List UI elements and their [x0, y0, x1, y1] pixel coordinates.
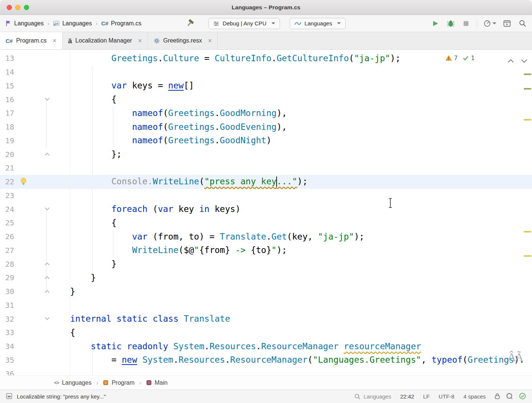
gutter[interactable] [14, 93, 70, 106]
line-number[interactable]: 32 [0, 315, 14, 323]
code-line-22[interactable]: 22Console.WriteLine("press any key..."); [0, 175, 532, 189]
gutter[interactable] [14, 106, 70, 120]
code-line-35[interactable]: 35= new System.Resources.ResourceManager… [0, 353, 532, 367]
code-line-24[interactable]: 24foreach (var key in keys) [0, 202, 532, 216]
run-button[interactable] [431, 18, 440, 29]
line-number[interactable]: 16 [0, 96, 14, 103]
build-solution-button[interactable] [186, 18, 196, 29]
tab-close-icon[interactable]: × [208, 37, 212, 44]
inspection-stripe-mark[interactable] [524, 88, 531, 90]
gutter[interactable] [14, 51, 70, 65]
zoom-window-button[interactable] [24, 5, 29, 10]
code-editor[interactable]: 13Greetings.Culture = CultureInfo.GetCul… [0, 50, 532, 375]
gutter[interactable] [14, 367, 70, 375]
inspections-ok-icon[interactable] [519, 393, 526, 401]
line-number[interactable]: 34 [0, 343, 14, 350]
line-number[interactable]: 30 [0, 288, 14, 295]
gutter[interactable] [14, 175, 70, 189]
gutter[interactable] [14, 161, 70, 175]
code-line-20[interactable]: 20}; [0, 147, 532, 161]
code-line-17[interactable]: 17nameof(Greetings.GoodMorning), [0, 106, 532, 120]
tab-localization-manager[interactable]: äLocalization Manager× [63, 32, 148, 49]
line-number[interactable]: 18 [0, 123, 14, 131]
line-number[interactable]: 15 [0, 82, 14, 90]
code-line-15[interactable]: 15var keys = new[] [0, 79, 532, 93]
gutter[interactable] [14, 353, 70, 367]
highlighting-level-icon[interactable] [506, 393, 513, 401]
tab-close-icon[interactable]: × [53, 37, 57, 44]
search-everywhere-button[interactable] [518, 18, 527, 29]
minimize-window-button[interactable] [15, 5, 21, 10]
inspection-stripe-mark[interactable] [524, 231, 531, 232]
line-number[interactable]: 24 [0, 206, 14, 213]
code-line-33[interactable]: 33{ [0, 326, 532, 340]
gutter[interactable] [14, 230, 70, 244]
gutter[interactable] [14, 257, 70, 271]
gutter[interactable] [14, 79, 70, 93]
code-line-14[interactable]: 14 [0, 65, 532, 79]
code-line-21[interactable]: 21 [0, 161, 532, 175]
stop-button[interactable] [462, 18, 470, 29]
background-task[interactable]: Languages [354, 393, 391, 400]
fold-marker[interactable] [45, 262, 50, 267]
fold-marker[interactable] [45, 290, 50, 295]
gutter[interactable] [14, 271, 70, 285]
line-number[interactable]: 22 [0, 178, 14, 185]
code-line-28[interactable]: 28} [0, 257, 532, 271]
line-number[interactable]: 28 [0, 260, 14, 268]
code-line-30[interactable]: 30} [0, 285, 532, 299]
gutter[interactable] [14, 299, 70, 312]
profiler-button[interactable] [484, 18, 496, 29]
breadcrumb-languages[interactable]: <>Languages [54, 379, 91, 386]
code-line-23[interactable]: 23 [0, 189, 532, 203]
fold-marker[interactable] [45, 153, 50, 157]
breadcrumb-program[interactable]: Program [103, 379, 134, 386]
inspection-stripe-mark[interactable] [524, 74, 531, 75]
close-window-button[interactable] [7, 5, 12, 10]
breadcrumb-main[interactable]: Main [146, 379, 168, 386]
tab-close-icon[interactable]: × [138, 37, 142, 44]
code-line-25[interactable]: 25{ [0, 216, 532, 230]
gutter[interactable] [14, 134, 70, 148]
next-problem-button[interactable] [521, 55, 528, 65]
code-line-31[interactable]: 31 [0, 299, 532, 312]
line-number[interactable]: 17 [0, 109, 14, 117]
gutter[interactable] [14, 312, 70, 326]
code-line-32[interactable]: 32internal static class Translate [0, 312, 532, 326]
tab-program-cs[interactable]: C#Program.cs× [0, 32, 63, 49]
code-line-26[interactable]: 26var (from, to) = Translate.Get(key, "j… [0, 230, 532, 244]
code-line-18[interactable]: 18nameof(Greetings.GoodEvening), [0, 120, 532, 134]
code-line-19[interactable]: 19nameof(Greetings.GoodNight) [0, 134, 532, 148]
code-line-27[interactable]: 27WriteLine($@"{from} -> {to}"); [0, 244, 532, 257]
code-line-36[interactable]: 36 [0, 367, 532, 375]
previous-problem-button[interactable] [507, 55, 514, 65]
readonly-lock-icon[interactable] [495, 393, 500, 400]
tab-greetings-resx[interactable]: Greetings.resx× [148, 32, 218, 49]
inspections-widget[interactable]: 7 1 [446, 54, 478, 62]
line-number[interactable]: 27 [0, 247, 14, 254]
code-line-29[interactable]: 29} [0, 271, 532, 285]
gutter[interactable] [14, 120, 70, 134]
indent-widget[interactable]: 4 spaces [463, 393, 486, 400]
solution-configuration-select[interactable]: Debug | Any CPU [208, 18, 280, 29]
line-number[interactable]: 19 [0, 137, 14, 144]
toolwindow-toggle-icon[interactable] [6, 393, 12, 400]
nav-crumb-languages[interactable]: C#Languages [53, 20, 92, 27]
line-number[interactable]: 26 [0, 233, 14, 240]
gutter[interactable] [14, 65, 70, 79]
fold-marker[interactable] [45, 276, 50, 281]
nav-crumb-languages[interactable]: Languages [5, 20, 44, 27]
line-number[interactable]: 35 [0, 356, 14, 364]
gutter[interactable] [14, 244, 70, 257]
code-line-16[interactable]: 16{ [0, 93, 532, 106]
gutter[interactable] [14, 147, 70, 161]
gutter[interactable] [14, 326, 70, 340]
gutter[interactable] [14, 216, 70, 230]
fold-marker[interactable] [45, 315, 50, 320]
gutter[interactable] [14, 340, 70, 353]
gutter[interactable] [14, 189, 70, 203]
run-configuration-select[interactable]: Languages [290, 18, 346, 29]
fold-marker[interactable] [45, 96, 50, 101]
debug-button[interactable] [446, 18, 455, 29]
line-number[interactable]: 14 [0, 68, 14, 76]
